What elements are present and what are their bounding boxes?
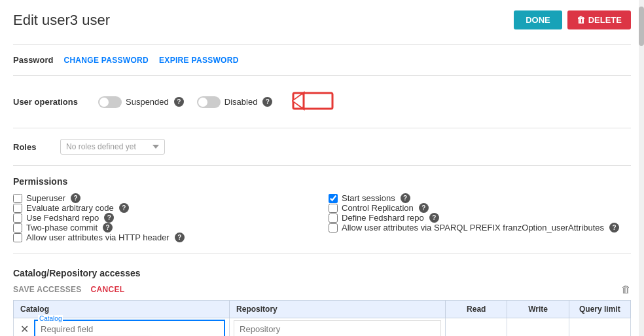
perm-define-fedshard-checkbox[interactable] — [329, 214, 338, 223]
divider-3 — [13, 128, 631, 128]
perm-sparql-attrs-label: Allow user attributes via SPARQL PREFIX … — [342, 223, 604, 233]
expire-password-button[interactable]: EXPIRE PASSWORD — [159, 56, 239, 65]
perm-define-fedshard: Define Fedshard repo ? — [329, 213, 631, 223]
roles-select[interactable]: No roles defined yet — [60, 139, 165, 155]
perm-http-attr-checkbox[interactable] — [13, 233, 22, 242]
perm-ctrl-replication: Control Replication ? — [329, 203, 631, 213]
disabled-help-icon[interactable]: ? — [262, 97, 272, 107]
catalog-table: Catalog Repository Read Write Query limi… — [13, 300, 631, 336]
col-write-header: Write — [507, 301, 569, 318]
perm-eval-arb-label: Evaluate arbitrary code — [26, 203, 114, 213]
divider-2 — [13, 75, 631, 76]
perm-eval-arb-help[interactable]: ? — [119, 203, 129, 213]
col-qlimit-header: Query limit — [569, 301, 630, 318]
perm-superuser-label: Superuser — [26, 193, 65, 203]
roles-row: Roles No roles defined yet — [13, 134, 631, 160]
perm-sparql-attrs-help[interactable]: ? — [609, 223, 619, 233]
perm-start-sessions-help[interactable]: ? — [401, 193, 410, 203]
repo-input-cell — [230, 318, 446, 337]
permissions-section: Permissions Superuser ? Evaluate arbitra… — [13, 171, 631, 248]
perm-ctrl-replication-help[interactable]: ? — [419, 203, 429, 213]
disabled-toggle-group: Disabled ? — [197, 96, 273, 108]
catalog-input-cell: ✕ Catalog * root fedshard — [14, 318, 230, 337]
password-row: Password CHANGE PASSWORD EXPIRE PASSWORD — [13, 50, 631, 70]
perm-define-fedshard-help[interactable]: ? — [429, 213, 439, 223]
perm-ctrl-replication-label: Control Replication — [342, 203, 414, 213]
permissions-grid: Superuser ? Evaluate arbitrary code ? Us… — [13, 193, 631, 242]
perm-start-sessions-checkbox[interactable] — [329, 194, 338, 203]
catalog-input-label: Catalog — [38, 315, 63, 322]
perm-sparql-attrs: Allow user attributes via SPARQL PREFIX … — [329, 223, 631, 233]
divider-4 — [13, 165, 631, 166]
delete-row-icon[interactable]: 🗑 — [621, 284, 631, 295]
page-title: Edit user3 user — [13, 12, 110, 29]
toolbar-right: 🗑 — [621, 284, 631, 295]
remove-row-button[interactable]: ✕ — [18, 323, 31, 335]
delete-button[interactable]: 🗑 DELETE — [567, 10, 631, 29]
divider-1 — [13, 44, 631, 45]
user-operations-row: User operations Suspended ? Disabled ? — [13, 81, 631, 122]
suspended-toggle-group: Suspended ? — [98, 96, 184, 108]
password-label: Password — [13, 55, 53, 65]
catalog-section: Catalog/Repository accesses SAVE ACCESSE… — [13, 268, 631, 336]
perm-fedshard-help[interactable]: ? — [104, 213, 114, 223]
scrollbar-track[interactable] — [639, 0, 644, 336]
col-read-header: Read — [446, 301, 507, 318]
disabled-label: Disabled — [224, 97, 258, 107]
table-header-row: Catalog Repository Read Write Query limi… — [14, 301, 631, 318]
catalog-toolbar: SAVE ACCESSES CANCEL 🗑 — [13, 284, 631, 295]
perm-ctrl-replication-checkbox[interactable] — [329, 204, 338, 213]
perm-define-fedshard-label: Define Fedshard repo — [342, 213, 424, 223]
roles-label: Roles — [13, 142, 52, 152]
permissions-title: Permissions — [13, 176, 631, 187]
perm-http-attr-help[interactable]: ? — [175, 233, 185, 242]
save-accesses-button[interactable]: SAVE ACCESSES — [13, 285, 82, 294]
perm-two-phase: Two-phase commit ? — [13, 223, 315, 233]
catalog-text-input[interactable] — [35, 321, 224, 336]
divider-5 — [13, 253, 631, 253]
permissions-right: Start sessions ? Control Replication ? D… — [329, 193, 631, 242]
qlimit-toggle-cell — [569, 318, 630, 337]
perm-http-attr-label: Allow user attributes via HTTP header — [26, 233, 170, 242]
change-password-button[interactable]: CHANGE PASSWORD — [63, 56, 149, 65]
perm-two-phase-checkbox[interactable] — [13, 223, 22, 233]
perm-superuser-help[interactable]: ? — [71, 193, 80, 203]
arrow-annotation — [292, 88, 351, 116]
write-toggle-cell — [507, 318, 569, 337]
perm-superuser-checkbox[interactable] — [13, 194, 22, 203]
arrow-svg — [292, 88, 351, 114]
col-repo-header: Repository — [230, 301, 446, 318]
perm-fedshard-label: Use Fedshard repo — [26, 213, 99, 223]
user-operations-label: User operations — [13, 97, 85, 107]
catalog-input-row: ✕ Catalog * root fedshard — [14, 318, 631, 337]
perm-two-phase-label: Two-phase commit — [26, 223, 98, 233]
cancel-button[interactable]: CANCEL — [91, 285, 125, 294]
perm-two-phase-help[interactable]: ? — [103, 223, 113, 233]
done-button[interactable]: DONE — [514, 10, 562, 29]
perm-http-attr: Allow user attributes via HTTP header ? — [13, 233, 315, 242]
perm-eval-arb: Evaluate arbitrary code ? — [13, 203, 315, 213]
catalog-title: Catalog/Repository accesses — [13, 268, 631, 278]
perm-eval-arb-checkbox[interactable] — [13, 204, 22, 213]
suspended-toggle[interactable] — [98, 96, 122, 108]
read-toggle-cell — [446, 318, 507, 337]
page-header: Edit user3 user DONE 🗑 DELETE — [13, 10, 631, 29]
disabled-toggle[interactable] — [197, 96, 221, 108]
perm-fedshard: Use Fedshard repo ? — [13, 213, 315, 223]
suspended-help-icon[interactable]: ? — [174, 97, 184, 107]
suspended-label: Suspended — [126, 97, 169, 107]
perm-fedshard-checkbox[interactable] — [13, 214, 22, 223]
perm-sparql-attrs-checkbox[interactable] — [329, 223, 338, 233]
scrollbar-thumb[interactable] — [639, 7, 644, 46]
permissions-left: Superuser ? Evaluate arbitrary code ? Us… — [13, 193, 315, 242]
perm-start-sessions: Start sessions ? — [329, 193, 631, 203]
header-buttons: DONE 🗑 DELETE — [514, 10, 631, 29]
trash-icon: 🗑 — [577, 15, 585, 25]
perm-superuser: Superuser ? — [13, 193, 315, 203]
perm-start-sessions-label: Start sessions — [342, 193, 395, 203]
repo-text-input[interactable] — [234, 320, 441, 336]
